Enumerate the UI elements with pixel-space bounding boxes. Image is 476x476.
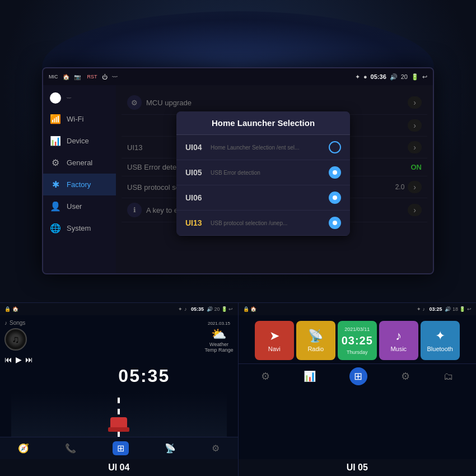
popup-ui05-sublabel: USB Error detection [211,170,260,176]
popup-ui06-toggle[interactable] [329,192,341,204]
popup-row-ui13[interactable]: UI13 USB protocol selection /unep... [176,211,350,236]
weather-date: 2021.03.15 [204,321,233,326]
ui04-status-bar: 🔒 🏠 ✦ ♪ 05:35 🔊 20 🔋 ↩ [0,303,238,315]
popup-ui13-label: UI13 [185,218,205,227]
popup-ui04-sublabel: Home Launcher Selection /ent sel... [211,144,299,151]
ui04-screen: 🔒 🏠 ✦ ♪ 05:35 🔊 20 🔋 ↩ ♪ Songs ♫ ⏮ [0,303,238,459]
prev-button[interactable]: ⏮ [4,355,12,364]
sidebar: 〰 📶 Wi-Fi 📊 Device ⚙ General ✱ Factory 👤 [43,85,116,273]
popup-ui06-label: UI06 [185,193,205,202]
sidebar-device-label: Device [67,137,89,145]
power-icon: ⏻ [102,74,108,80]
music-label: Music [390,346,407,352]
bottom-section: 🔒 🏠 ✦ ♪ 05:35 🔊 20 🔋 ↩ ♪ Songs ♫ ⏮ [0,302,476,476]
app-navi[interactable]: ➤ Navi [255,321,294,360]
ui05-status-right: ✦ ♪ 03:25 🔊 18 🔋 ↩ [417,306,472,312]
device-icon: 📊 [50,136,61,146]
weather-sublabel: Temp Range [204,347,233,353]
app-bluetooth[interactable]: ✦ Bluetooth [421,321,460,360]
wifi-icon: ● [363,73,367,80]
radio-label: Radio [307,346,324,352]
popup-ui04-toggle[interactable] [329,141,341,153]
status-time: 05:36 [371,73,386,80]
play-button[interactable]: ▶ [16,355,22,364]
clock-date: 2021/03/11 [344,326,370,332]
nav-settings[interactable]: ⚙ [212,443,220,454]
popup-ui13-sublabel: USB protocol selection /unep... [211,220,287,226]
ui05-nav-grid[interactable]: ⊞ [349,367,367,385]
battery-icon: 🔋 [411,73,419,81]
popup-row-ui06[interactable]: UI06 [176,185,350,211]
app-clock[interactable]: 2021/03/11 03:25 Thursday [338,321,377,360]
sidebar-general-label: General [67,158,92,167]
ui05-nav-gear[interactable]: ⚙ [401,370,410,382]
clock-time: 03:25 [342,334,373,347]
ui04-status-right: ✦ ♪ 05:35 🔊 20 🔋 ↩ [178,306,233,312]
main-panel: ⚙ MCU upgrade › › UI13 › USB Error detec… [116,85,433,273]
screen-content: 〰 📶 Wi-Fi 📊 Device ⚙ General ✱ Factory 👤 [43,85,433,273]
nav-phone[interactable]: 📞 [65,443,76,454]
sidebar-rst: 〰 [43,88,116,108]
ui05-screen: 🔒 🏠 ✦ ♪ 03:25 🔊 18 🔋 ↩ ➤ Navi 📡 Radio [239,303,477,459]
popup-row-ui05[interactable]: UI05 USB Error detection [176,160,350,185]
ui04-time: 05:35 [191,306,204,312]
app-music[interactable]: ♪ Music [379,321,418,360]
popup-title: Home Launcher Selection [176,111,350,135]
battery-level: 20 [401,73,408,80]
status-right: ✦ ● 05:36 🔊 20 🔋 ↩ [355,73,427,81]
bluetooth-icon: ✦ [355,73,360,81]
ui04-navbar: 🧭 📞 ⊞ 📡 ⚙ [0,437,238,459]
bluetooth-app-icon: ✦ [435,329,445,343]
popup-ui05-label: UI05 [185,168,205,177]
popup-ui04-label: UI04 [185,143,205,152]
rst-dot: 〰 [67,96,71,101]
popup-row-ui04[interactable]: UI04 Home Launcher Selection /ent sel... [176,135,350,160]
music-disc: ♫ [4,328,27,351]
road-visualization [11,392,227,437]
music-app-icon: ♪ [395,329,402,343]
ui05-status-bar: 🔒 🏠 ✦ ♪ 03:25 🔊 18 🔋 ↩ [239,303,477,315]
ui05-status-left: 🔒 🏠 [243,306,257,312]
ui05-time: 03:25 [429,306,442,312]
general-icon: ⚙ [50,157,61,168]
factory-icon: ✱ [50,179,61,190]
nav-signal[interactable]: 📡 [165,443,176,454]
navi-label: Navi [268,346,281,352]
weather-label: Weather [204,342,233,347]
back-icon[interactable]: ↩ [422,73,427,81]
nav-compass[interactable]: 🧭 [18,443,29,454]
ui05-nav-chart[interactable]: 📊 [304,370,316,382]
sidebar-wifi-label: Wi-Fi [67,115,83,123]
volume-icon: 🔊 [390,73,398,81]
sidebar-user-label: User [67,202,82,211]
ui05-apps-grid: ➤ Navi 📡 Radio 2021/03/11 03:25 Thursday… [239,315,477,363]
sidebar-item-user[interactable]: 👤 User [43,195,116,217]
navi-icon: ➤ [269,329,279,343]
sidebar-item-factory[interactable]: ✱ Factory [43,174,116,195]
camera-icon: 📷 [74,74,81,80]
home-launcher-popup: Home Launcher Selection UI04 Home Launch… [176,111,350,236]
sidebar-item-system[interactable]: 🌐 System [43,217,116,239]
music-songs-label: ♪ Songs [4,320,46,326]
sidebar-item-wifi[interactable]: 📶 Wi-Fi [43,108,116,130]
ui05-label: UI 05 [239,459,477,476]
system-icon: 🌐 [50,223,61,234]
ui04-label: UI 04 [0,459,238,476]
app-radio[interactable]: 📡 Radio [296,321,335,360]
user-icon: 👤 [50,201,61,212]
sidebar-item-general[interactable]: ⚙ General [43,152,116,174]
popup-ui13-toggle[interactable] [329,217,341,229]
car-silhouette [110,417,127,428]
next-button[interactable]: ⏭ [25,355,33,364]
home-icon: 🏠 [63,74,69,80]
nav-grid[interactable]: ⊞ [113,441,129,455]
popup-ui05-toggle[interactable] [329,166,341,179]
ui05-nav-files[interactable]: 🗂 [444,371,454,382]
ui05-bottom-nav: ⚙ 📊 ⊞ ⚙ 🗂 [239,363,477,389]
ui05-nav-settings[interactable]: ⚙ [261,370,270,382]
ui04-clock: 05:35 [118,366,170,386]
ui04-panel: 🔒 🏠 ✦ ♪ 05:35 🔊 20 🔋 ↩ ♪ Songs ♫ ⏮ [0,302,239,476]
sidebar-item-device[interactable]: 📊 Device [43,130,116,152]
sidebar-system-label: System [67,224,91,232]
popup-overlay[interactable]: Home Launcher Selection UI04 Home Launch… [116,85,433,273]
